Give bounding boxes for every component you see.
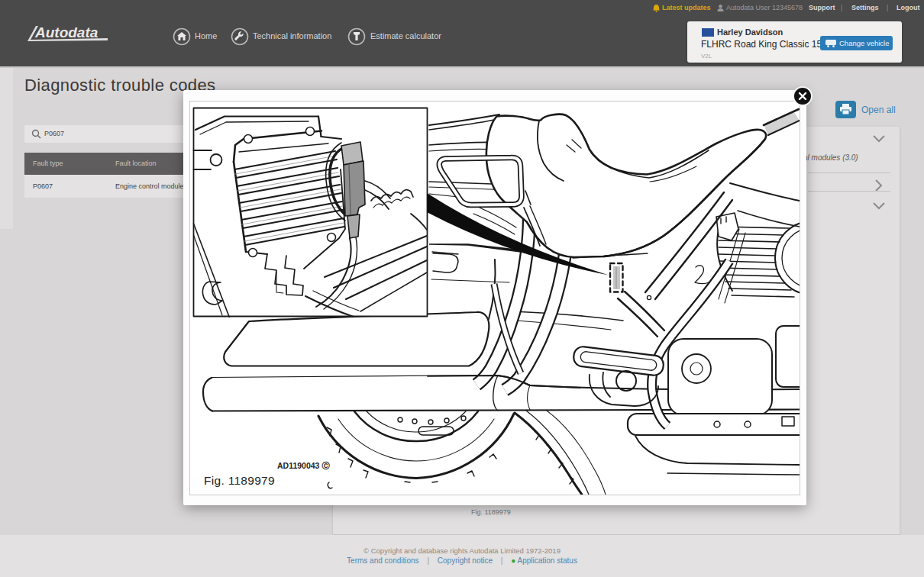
svg-text:Autodata: Autodata	[34, 24, 99, 40]
